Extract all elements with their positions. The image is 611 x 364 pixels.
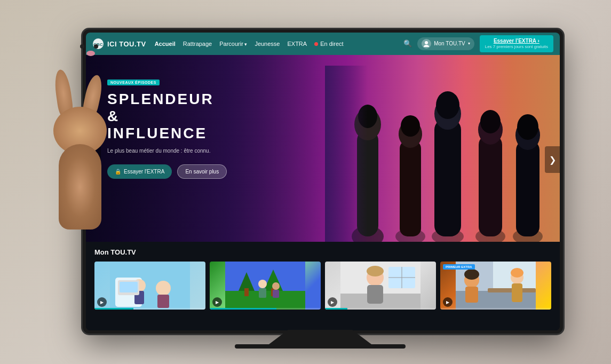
svg-point-23 <box>517 114 538 140</box>
tv-base <box>235 344 406 349</box>
extra-cta-line1: Essayer l'EXTRA › <box>485 37 548 44</box>
svg-rect-36 <box>244 288 249 296</box>
svg-rect-59 <box>512 283 522 302</box>
svg-rect-39 <box>259 288 266 298</box>
thumbnail-0-content <box>94 262 205 310</box>
svg-rect-41 <box>273 290 279 298</box>
thumbnail-1-progress <box>210 308 321 310</box>
thumbnail-2-content <box>325 262 436 310</box>
tv-frame: CBC ICI TOU.TV Accueil Rattrapage Parcou… <box>83 29 563 334</box>
user-label: Mon TOU.TV <box>434 41 465 46</box>
svg-rect-17 <box>516 140 539 236</box>
nav-jeunesse[interactable]: Jeunesse <box>255 41 280 47</box>
thumbnail-1-play[interactable]: ▶ <box>212 297 222 307</box>
carousel-next-button[interactable]: ❯ <box>545 146 560 173</box>
thumbnail-1[interactable]: ▶ <box>210 262 321 310</box>
rabbit-nose <box>86 51 95 56</box>
svg-point-22 <box>480 110 501 133</box>
svg-rect-50 <box>367 285 383 304</box>
user-avatar <box>422 39 431 49</box>
svg-point-49 <box>367 266 384 276</box>
thumbnail-2-play[interactable]: ▶ <box>328 297 337 307</box>
portrait-svg <box>325 262 436 310</box>
svg-point-40 <box>272 282 280 290</box>
svg-rect-11 <box>434 119 461 236</box>
en-savoir-plus-button[interactable]: En savoir plus <box>177 164 227 179</box>
thumbnail-2-progress-fill <box>325 308 347 310</box>
svg-rect-8 <box>400 140 421 236</box>
hero-section: NOUVEAUX ÉPISODES SPLENDEUR & INFLUENCE … <box>86 55 560 242</box>
cartoon-svg <box>94 262 205 310</box>
tv-screen: CBC ICI TOU.TV Accueil Rattrapage Parcou… <box>86 33 560 330</box>
thumbnail-1-progress-fill <box>210 308 276 310</box>
svg-point-21 <box>436 91 459 119</box>
svg-rect-31 <box>120 282 138 292</box>
outdoor-svg <box>210 262 321 310</box>
nav-right: 🔍 Mon TOU.TV ▾ Essayer l'EXTRA › Les 7 p… <box>403 35 553 52</box>
people-fade <box>325 66 368 242</box>
svg-point-3 <box>424 45 429 47</box>
svg-point-2 <box>425 41 428 44</box>
thumbnail-0-progress-fill <box>94 308 133 310</box>
svg-point-38 <box>258 280 267 288</box>
extra-cta-line2: Les 7 premiers jours sont gratuits <box>485 44 548 50</box>
rabbit-eye-left <box>80 44 84 49</box>
svg-rect-56 <box>465 287 478 303</box>
nav-accueil[interactable]: Accueil <box>155 41 176 47</box>
primeur-extra-badge: PRIMEUR EXTRA <box>443 264 475 270</box>
nav-en-direct[interactable]: En direct <box>314 41 343 47</box>
thumbnail-0-play[interactable]: ▶ <box>97 297 107 307</box>
svg-point-57 <box>464 269 479 280</box>
thumbnail-1-content <box>210 262 321 310</box>
svg-rect-29 <box>157 295 169 308</box>
nav-extra[interactable]: EXTRA <box>287 41 307 47</box>
thumbnail-3-play[interactable]: ▶ <box>443 297 453 307</box>
thumbnail-0-progress <box>94 308 205 310</box>
extra-cta-button[interactable]: Essayer l'EXTRA › Les 7 premiers jours s… <box>480 35 553 52</box>
live-dot <box>314 42 318 46</box>
logo-text: ICI TOU.TV <box>107 40 146 48</box>
essayer-extra-label: Essayer l'EXTRA <box>124 169 164 175</box>
rabbit-body <box>59 144 101 230</box>
thumbnail-3[interactable]: PRIMEUR EXTRA <box>440 262 551 310</box>
thumbnail-3-progress <box>440 308 551 310</box>
svg-point-60 <box>511 268 523 278</box>
thumbnails-row: ▶ <box>94 262 551 310</box>
mon-section: Mon TOU.TV <box>86 242 560 330</box>
user-menu[interactable]: Mon TOU.TV ▾ <box>417 37 474 50</box>
user-icon <box>423 41 430 47</box>
mon-section-title: Mon TOU.TV <box>94 248 551 256</box>
nav-links: Accueil Rattrapage Parcourir Jeunesse EX… <box>155 41 404 47</box>
nav-parcourir[interactable]: Parcourir <box>219 41 247 47</box>
rabbit-eye-right <box>94 44 98 49</box>
thumbnail-2[interactable]: ▶ <box>325 262 436 310</box>
user-chevron-icon: ▾ <box>468 41 470 46</box>
thumbnail-2-progress <box>325 308 436 310</box>
rabbit-decoration <box>43 69 128 230</box>
svg-rect-14 <box>479 135 502 236</box>
navbar: CBC ICI TOU.TV Accueil Rattrapage Parcou… <box>86 33 560 55</box>
nav-rattrapage[interactable]: Rattrapage <box>183 41 212 47</box>
search-icon[interactable]: 🔍 <box>403 39 412 48</box>
thumbnail-0[interactable]: ▶ <box>94 262 205 310</box>
hero-characters <box>325 66 549 242</box>
rabbit-face <box>74 40 108 69</box>
svg-point-28 <box>156 281 171 296</box>
svg-point-20 <box>401 115 420 137</box>
